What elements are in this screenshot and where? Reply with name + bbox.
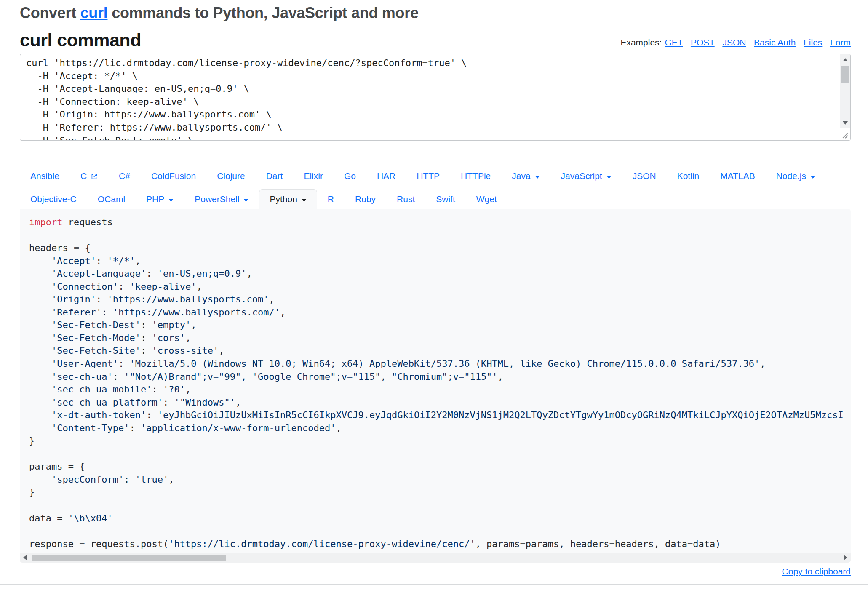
example-link-post[interactable]: POST — [691, 37, 715, 47]
curl-input-text: curl 'https://lic.drmtoday.com/license-p… — [20, 54, 850, 141]
tab-label: R — [328, 194, 334, 205]
tab-rust[interactable]: Rust — [386, 189, 425, 209]
tab-coldfusion[interactable]: ColdFusion — [141, 166, 206, 186]
tab-http[interactable]: HTTP — [406, 166, 450, 186]
examples-list: GET - POST - JSON - Basic Auth - Files -… — [665, 37, 851, 47]
tab-wget[interactable]: Wget — [466, 189, 507, 209]
caret-down-icon — [243, 199, 248, 202]
caret-down-icon — [810, 176, 815, 179]
page-divider — [0, 584, 868, 585]
tab-go[interactable]: Go — [334, 166, 366, 186]
tab-elixir[interactable]: Elixir — [293, 166, 334, 186]
tab-label: Objective-C — [30, 194, 77, 205]
tab-label: Dart — [266, 171, 283, 182]
caret-down-icon — [302, 199, 307, 202]
curl-input-scrollbar — [840, 54, 850, 128]
tab-php[interactable]: PHP — [136, 189, 184, 209]
tab-label: C — [80, 171, 87, 182]
examples-separator: - — [683, 37, 691, 47]
tab-c[interactable]: C — [70, 166, 108, 186]
tab-ruby[interactable]: Ruby — [345, 189, 386, 209]
tab-label: JavaScript — [561, 171, 602, 182]
tab-ocaml[interactable]: OCaml — [87, 189, 136, 209]
examples-label: Examples: — [620, 37, 662, 47]
tab-label: Clojure — [217, 171, 245, 182]
tab-label: Swift — [436, 194, 455, 205]
caret-down-icon — [168, 199, 174, 202]
scroll-left-arrow-icon[interactable] — [23, 555, 27, 560]
tab-label: Ruby — [355, 194, 376, 205]
hscrollbar-thumb[interactable] — [32, 555, 226, 561]
tab-kotlin[interactable]: Kotlin — [667, 166, 710, 186]
external-link-icon — [91, 173, 98, 180]
examples: Examples:GET - POST - JSON - Basic Auth … — [620, 37, 851, 50]
copy-row: Copy to clipboard — [20, 566, 851, 577]
scroll-up-arrow-icon[interactable] — [843, 58, 848, 61]
examples-separator: - — [715, 37, 723, 47]
example-link-form[interactable]: Form — [830, 37, 851, 47]
resize-grip-icon[interactable] — [840, 130, 849, 139]
caret-down-icon — [606, 176, 612, 179]
example-link-json[interactable]: JSON — [722, 37, 746, 47]
tab-label: PowerShell — [195, 194, 239, 205]
tab-json[interactable]: JSON — [622, 166, 667, 186]
tab-node-js[interactable]: Node.js — [766, 166, 826, 186]
examples-separator: - — [796, 37, 804, 47]
tab-label: MATLAB — [720, 171, 755, 182]
tab-label: HAR — [377, 171, 395, 182]
curl-input[interactable]: curl 'https://lic.drmtoday.com/license-p… — [20, 54, 851, 141]
tab-python[interactable]: Python — [259, 189, 317, 209]
example-link-get[interactable]: GET — [665, 37, 683, 47]
tab-label: Wget — [476, 194, 497, 205]
tab-row-2: Objective-COCamlPHPPowerShellPythonRRuby… — [20, 189, 851, 209]
tab-r[interactable]: R — [317, 189, 345, 209]
example-link-files[interactable]: Files — [804, 37, 822, 47]
page-title: Convert curl commands to Python, JavaScr… — [20, 4, 851, 22]
examples-separator: - — [822, 37, 830, 47]
scroll-right-arrow-icon[interactable] — [844, 555, 847, 560]
tab-label: OCaml — [98, 194, 125, 205]
tab-label: Node.js — [776, 171, 806, 182]
copy-to-clipboard-link[interactable]: Copy to clipboard — [782, 566, 851, 576]
page-title-text: Convert — [20, 4, 80, 21]
tab-objective-c[interactable]: Objective-C — [20, 189, 87, 209]
tab-label: PHP — [146, 194, 164, 205]
tab-label: Go — [344, 171, 356, 182]
tab-matlab[interactable]: MATLAB — [710, 166, 765, 186]
tab-row-1: AnsibleCC#ColdFusionClojureDartElixirGoH… — [20, 166, 851, 186]
tab-label: Rust — [397, 194, 415, 205]
tab-swift[interactable]: Swift — [425, 189, 466, 209]
page-title-text: commands to Python, JavaScript and more — [107, 4, 418, 21]
tab-javascript[interactable]: JavaScript — [550, 166, 622, 186]
page: Convert curl commands to Python, JavaScr… — [0, 4, 868, 577]
tab-label: Elixir — [304, 171, 323, 182]
caret-down-icon — [535, 176, 540, 179]
code-hscrollbar — [20, 553, 851, 563]
input-header-row: curl command Examples:GET - POST - JSON … — [20, 30, 851, 50]
code-output-panel: import requests headers = { 'Accept': '*… — [20, 209, 851, 563]
code-output: import requests headers = { 'Accept': '*… — [20, 209, 851, 550]
tab-powershell[interactable]: PowerShell — [184, 189, 259, 209]
tab-label: JSON — [633, 171, 656, 182]
curl-command-heading: curl command — [20, 30, 141, 50]
tab-ansible[interactable]: Ansible — [20, 166, 70, 186]
scrollbar-thumb[interactable] — [841, 66, 849, 83]
tab-c[interactable]: C# — [108, 166, 141, 186]
tab-httpie[interactable]: HTTPie — [450, 166, 501, 186]
tab-clojure[interactable]: Clojure — [206, 166, 256, 186]
tab-dart[interactable]: Dart — [256, 166, 294, 186]
example-link-basic-auth[interactable]: Basic Auth — [754, 37, 796, 47]
tab-label: C# — [119, 171, 130, 182]
language-tabs: AnsibleCC#ColdFusionClojureDartElixirGoH… — [20, 166, 851, 209]
tab-har[interactable]: HAR — [366, 166, 406, 186]
curl-link[interactable]: curl — [80, 4, 108, 21]
tab-java[interactable]: Java — [501, 166, 550, 186]
tab-label: Python — [270, 194, 297, 205]
tab-label: Ansible — [30, 171, 59, 182]
tab-label: ColdFusion — [151, 171, 196, 182]
tab-label: Kotlin — [677, 171, 700, 182]
scroll-down-arrow-icon[interactable] — [843, 121, 848, 125]
tab-label: HTTPie — [461, 171, 491, 182]
examples-separator: - — [746, 37, 754, 47]
tab-label: Java — [512, 171, 530, 182]
